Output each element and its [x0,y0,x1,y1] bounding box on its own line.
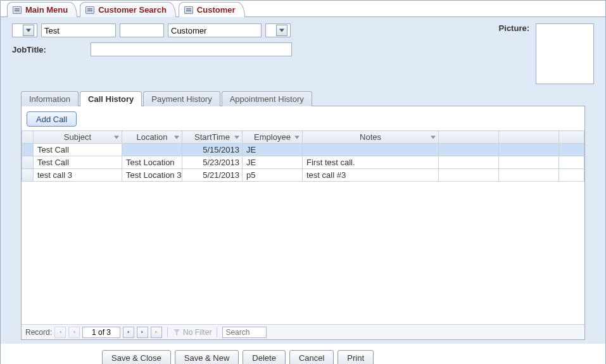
picture-box[interactable] [536,23,594,84]
funnel-icon [173,329,180,336]
col-notes[interactable]: Notes [303,131,439,144]
cell-starttime[interactable]: 5/23/2013 [182,156,243,169]
suffix-combo[interactable] [265,23,291,37]
nav-prev-button[interactable] [68,327,80,338]
add-call-button[interactable]: Add Call [27,111,77,127]
nav-last-button[interactable] [137,327,148,338]
nav-next-button[interactable] [123,327,134,338]
cell-starttime[interactable]: 5/21/2013 [182,169,243,182]
middle-name-input[interactable] [120,23,164,37]
last-name-input[interactable] [168,23,262,37]
select-all-cell[interactable] [22,131,34,144]
cell-blank [499,169,559,182]
save-close-button[interactable]: Save & Close [102,350,171,364]
cell-employee[interactable]: JE [243,156,303,169]
form-icon [184,6,193,14]
jobtitle-input[interactable] [91,42,292,56]
print-button[interactable]: Print [338,350,374,364]
cell-employee[interactable]: p5 [243,169,303,182]
picture-label: Picture: [499,23,529,33]
separator [167,327,168,337]
col-starttime[interactable]: StartTime [182,131,243,144]
cell-subject[interactable]: Test Call [34,144,122,156]
separator [217,327,217,337]
chevron-down-icon [114,135,119,139]
chevron-down-icon [234,135,239,139]
form-icon [85,6,94,14]
chevron-down-icon [431,135,436,139]
nav-new-button[interactable] [151,327,162,338]
grid-wrap: Subject Location StartTime Employee Note… [22,130,584,339]
col-blank[interactable] [559,131,584,144]
name-fields: JobTitle: [12,23,316,61]
header-row: Subject Location StartTime Employee Note… [22,131,584,144]
toolbar: Add Call [22,106,584,130]
grid-search-input[interactable] [222,327,267,338]
col-blank[interactable] [439,131,499,144]
col-subject[interactable]: Subject [34,131,122,144]
record-navigator: Record: No Filter [22,324,584,339]
bottom-bar: Save & Close Save & New Delete Cancel Pr… [1,344,605,364]
tab-appointment-history[interactable]: Appointment History [222,91,312,106]
tab-label: Customer [197,5,236,15]
first-name-input[interactable] [41,23,116,37]
tab-call-history[interactable]: Call History [80,91,142,106]
picture-block: Picture: [499,23,594,84]
cell-blank [559,169,584,182]
chevron-down-icon[interactable] [276,25,287,36]
cell-location[interactable] [122,144,182,156]
col-blank[interactable] [499,131,559,144]
cell-blank [499,144,559,156]
tab-customer-search[interactable]: Customer Search [80,2,176,17]
cell-blank [439,156,499,169]
app-window: Main Menu Customer Search Customer [0,0,606,364]
cell-blank [439,144,499,156]
sub-panel: Add Call Subject [21,106,585,340]
tab-information[interactable]: Information [21,91,79,106]
cell-employee[interactable]: JE [243,144,303,156]
row-selector[interactable] [22,156,34,169]
cell-subject[interactable]: test call 3 [34,169,122,182]
nav-first-button[interactable] [54,327,66,338]
form-header: JobTitle: Picture: Information Call Hist… [1,17,605,344]
chevron-down-icon [294,135,300,139]
delete-button[interactable]: Delete [243,350,286,364]
tab-payment-history[interactable]: Payment History [143,91,220,106]
cell-starttime[interactable]: 5/15/2013 [182,144,243,156]
record-position-input[interactable] [82,327,120,338]
cell-subject[interactable]: Test Call [34,156,122,169]
row-selector[interactable] [22,169,34,182]
cell-blank [439,169,499,182]
tab-label: Customer Search [98,5,167,15]
cell-notes[interactable]: test call #3 [303,169,439,182]
cell-notes[interactable]: First test call. [303,156,439,169]
table-row[interactable]: Test CallTest Location5/23/2013JEFirst t… [22,156,584,169]
record-label: Record: [25,328,52,337]
form-icon [13,6,22,14]
chevron-down-icon[interactable] [23,25,34,36]
tab-label: Main Menu [25,5,68,15]
cell-blank [559,156,584,169]
jobtitle-label: JobTitle: [12,45,87,54]
no-filter-indicator: No Filter [173,328,211,337]
row-selector[interactable] [22,144,34,156]
table-row[interactable]: test call 3Test Location 35/21/2013p5tes… [22,169,584,182]
tab-customer[interactable]: Customer [179,2,245,17]
document-tabs: Main Menu Customer Search Customer [1,1,605,17]
col-location[interactable]: Location [122,131,182,144]
cancel-button[interactable]: Cancel [289,350,334,364]
save-new-button[interactable]: Save & New [175,350,239,364]
cell-blank [559,144,584,156]
col-employee[interactable]: Employee [243,131,303,144]
cell-blank [499,156,559,169]
sub-tabs: Information Call History Payment History… [12,91,594,106]
chevron-down-icon [174,135,179,139]
cell-location[interactable]: Test Location 3 [122,169,182,182]
table-row[interactable]: Test Call5/15/2013JE [22,144,584,156]
tab-main-menu[interactable]: Main Menu [7,2,77,17]
cell-location[interactable]: Test Location [122,156,182,169]
data-grid[interactable]: Subject Location StartTime Employee Note… [22,130,584,324]
prefix-combo[interactable] [12,23,37,37]
calls-table: Subject Location StartTime Employee Note… [22,130,584,182]
cell-notes[interactable] [303,144,439,156]
